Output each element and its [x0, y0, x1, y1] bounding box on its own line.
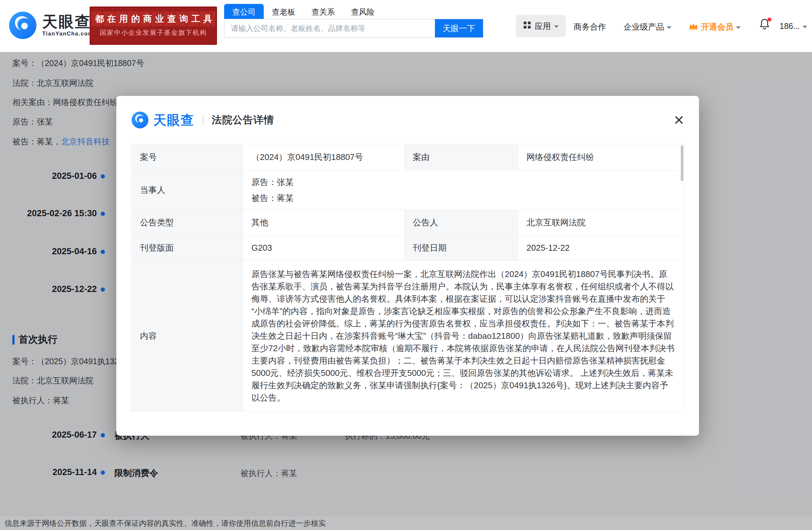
- modal-page-value: G203: [243, 235, 404, 261]
- modal-case-no-label: 案号: [132, 144, 243, 170]
- tab-search-company[interactable]: 查公司: [224, 4, 264, 19]
- close-icon[interactable]: ×: [673, 113, 684, 127]
- brand-domain: TianYanCha.com: [42, 31, 93, 37]
- apps-grid-icon: [523, 21, 531, 31]
- modal-parties-label: 当事人: [132, 170, 243, 210]
- modal-header: 天眼查 法院公告详情 ×: [116, 96, 699, 144]
- modal-content-label: 内容: [132, 261, 243, 411]
- biz-cooperation-link[interactable]: 商务合作: [574, 22, 606, 32]
- chevron-down-icon: [667, 26, 671, 29]
- tianyancha-logo-icon: [131, 111, 149, 129]
- court-announcement-modal: 天眼查 法院公告详情 × 案号 （2024）京0491民初18807号 案由 网…: [116, 96, 699, 436]
- modal-content-value: 原告张某与被告蒋某网络侵权责任纠纷一案，北京互联网法院作出（2024）京0491…: [243, 261, 684, 411]
- modal-defendant-line: 被告：蒋某: [251, 193, 294, 204]
- modal-type-value: 其他: [243, 210, 404, 235]
- modal-plaintiff-line: 原告：张某: [251, 177, 294, 188]
- apps-menu-label: 应用: [535, 21, 551, 31]
- search-button[interactable]: 天眼一下: [435, 19, 483, 37]
- modal-title: 法院公告详情: [212, 113, 274, 127]
- chevron-down-icon: [802, 26, 807, 28]
- search-input[interactable]: [224, 19, 435, 37]
- vip-menu[interactable]: 开通会员: [688, 22, 741, 32]
- modal-type-label: 公告类型: [132, 210, 243, 235]
- account-menu[interactable]: 186...: [780, 22, 807, 31]
- crown-icon: [688, 22, 698, 32]
- modal-brand-name: 天眼查: [153, 111, 194, 129]
- biz-cooperation-label: 商务合作: [574, 22, 606, 32]
- chevron-down-icon: [736, 26, 741, 29]
- modal-case-no-value: （2024）京0491民初18807号: [243, 144, 404, 170]
- modal-publish-date-value: 2025-12-22: [518, 235, 684, 261]
- enterprise-products-label: 企业级产品: [624, 22, 664, 32]
- header-divider: [203, 114, 203, 126]
- modal-scrollbar[interactable]: [681, 145, 683, 181]
- promo-banner-line2: 国家中小企业发展子基金旗下机构: [90, 28, 217, 37]
- notifications-bell[interactable]: [759, 18, 770, 31]
- apps-menu[interactable]: 应用: [516, 15, 566, 37]
- tab-search-relation[interactable]: 查关系: [303, 4, 343, 19]
- promo-banner-line1: 都在用的商业查询工具: [91, 11, 215, 26]
- search-category-tabs: 查公司 查老板 查关系 查风险: [224, 4, 382, 19]
- tianyancha-logo-icon: [9, 11, 37, 40]
- modal-page-label: 刊登版面: [132, 235, 243, 261]
- promo-banner: 都在用的商业查询工具 国家中小企业发展子基金旗下机构: [90, 6, 217, 45]
- modal-announcer-label: 公告人: [404, 210, 518, 235]
- tab-search-boss[interactable]: 查老板: [264, 4, 303, 19]
- enterprise-products-menu[interactable]: 企业级产品: [624, 22, 671, 32]
- tab-search-risk[interactable]: 查风险: [343, 4, 382, 19]
- bell-icon: [759, 25, 770, 31]
- account-phone-label: 186...: [780, 22, 800, 31]
- notification-badge: [768, 17, 771, 22]
- chevron-down-icon: [554, 25, 559, 28]
- modal-cause-label: 案由: [404, 144, 518, 170]
- vip-label: 开通会员: [701, 22, 734, 32]
- modal-publish-date-label: 刊登日期: [404, 235, 518, 261]
- top-navbar: 天眼查 TianYanCha.com 都在用的商业查询工具 国家中小企业发展子基…: [0, 0, 812, 52]
- modal-announcer-value: 北京互联网法院: [518, 210, 684, 235]
- announcement-detail-table: 案号 （2024）京0491民初18807号 案由 网络侵权责任纠纷 当事人 原…: [131, 144, 684, 411]
- modal-cause-value: 网络侵权责任纠纷: [518, 144, 684, 170]
- modal-parties-value: 原告：张某 被告：蒋某: [243, 170, 684, 210]
- search-box: 天眼一下: [224, 19, 483, 38]
- brand-name: 天眼查: [42, 14, 93, 30]
- tianyancha-logo[interactable]: 天眼查 TianYanCha.com: [9, 11, 93, 40]
